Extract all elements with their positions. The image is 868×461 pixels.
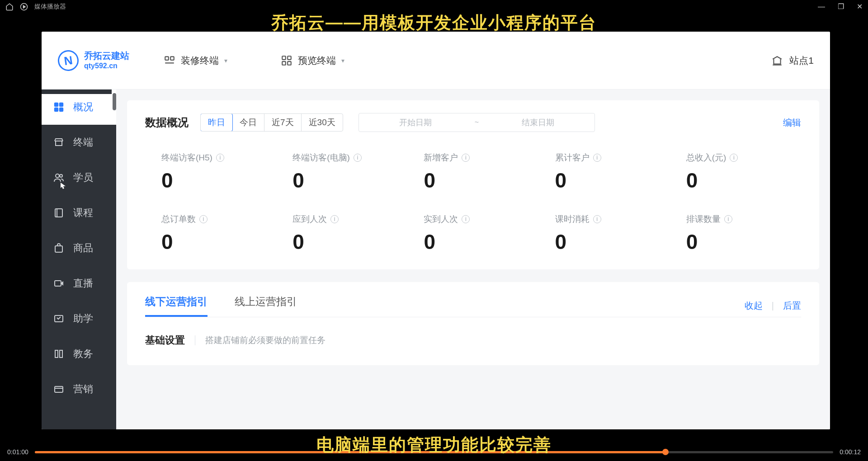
stat-expected-attendance: 应到人次i 0: [276, 213, 407, 254]
edit-link[interactable]: 编辑: [783, 117, 801, 129]
bank-icon: [771, 55, 783, 66]
chevron-down-icon: ▾: [341, 57, 344, 64]
sidebar-item-overview[interactable]: 概况: [42, 89, 116, 125]
preview-terminal-dropdown[interactable]: 预览终端 ▾: [278, 51, 347, 71]
logo-mark-icon: N: [57, 49, 80, 72]
stat-schedule-count: 排课数量i 0: [670, 213, 801, 254]
operations-panel: 线下运营指引 线上运营指引 收起 | 后置 基础设置 搭建店铺前必须要做的前置任…: [127, 282, 819, 365]
video-icon: [53, 278, 65, 289]
sidebar-item-terminal[interactable]: 终端: [42, 125, 116, 160]
date-end-input[interactable]: [481, 118, 594, 127]
sidebar-item-products[interactable]: 商品: [42, 230, 116, 266]
stats-grid: 终端访客(H5)i 0 终端访客(电脑)i 0 新增客户i 0 累计客户i 0: [145, 152, 801, 254]
book-icon: [53, 207, 65, 218]
svg-rect-7: [55, 103, 58, 106]
content-area: 数据概况 昨日 今日 近7天 近30天 ~ 编辑: [116, 89, 830, 429]
grid-icon: [53, 102, 65, 113]
sidebar: 概况 终端 学员 课程: [42, 89, 116, 429]
home-icon[interactable]: [5, 3, 14, 11]
info-icon[interactable]: i: [593, 215, 601, 223]
stat-total-orders: 总订单数i 0: [145, 213, 276, 254]
info-icon[interactable]: i: [730, 154, 738, 162]
svg-rect-8: [60, 103, 63, 106]
chevron-down-icon: ▾: [224, 57, 227, 64]
columns-icon: [53, 348, 65, 359]
logo[interactable]: N 乔拓云建站 qty592.cn: [58, 50, 129, 71]
sidebar-item-label: 营销: [73, 382, 93, 396]
basic-settings-desc: 搭建店铺前必须要做的前置任务: [205, 334, 326, 346]
date-range-picker[interactable]: ~: [359, 113, 595, 132]
divider: |: [772, 301, 774, 311]
sidebar-item-label: 助学: [73, 312, 93, 325]
storefront-icon: [53, 137, 65, 148]
range-today[interactable]: 今日: [232, 114, 264, 131]
decorate-label: 装修终端: [181, 54, 219, 67]
sidebar-item-label: 课程: [73, 206, 93, 220]
range-30d[interactable]: 近30天: [302, 114, 343, 131]
sidebar-item-label: 概况: [73, 100, 93, 114]
close-icon[interactable]: ✕: [857, 3, 863, 10]
sidebar-item-label: 学员: [73, 171, 93, 184]
sidebar-item-live[interactable]: 直播: [42, 266, 116, 301]
info-icon[interactable]: i: [593, 154, 601, 162]
svg-rect-2: [170, 56, 174, 60]
stat-total-income: 总收入(元)i 0: [670, 152, 801, 193]
stat-new-customers: 新增客户i 0: [407, 152, 538, 193]
svg-rect-3: [282, 56, 286, 60]
caption-top: 乔拓云——用模板开发企业小程序的平台: [0, 14, 868, 33]
sidebar-item-students[interactable]: 学员: [42, 160, 116, 195]
tab-online-ops[interactable]: 线上运营指引: [235, 295, 297, 317]
svg-rect-13: [55, 209, 62, 217]
site-label: 站点1: [789, 54, 814, 67]
maximize-icon[interactable]: ❐: [838, 3, 844, 10]
postpone-link[interactable]: 后置: [783, 300, 801, 312]
sidebar-item-label: 商品: [73, 241, 93, 255]
wallet-icon: [53, 384, 65, 395]
date-range-segments: 昨日 今日 近7天 近30天: [200, 113, 343, 132]
svg-rect-15: [55, 281, 61, 286]
play-circle-icon[interactable]: [20, 3, 28, 11]
info-icon[interactable]: i: [462, 215, 470, 223]
svg-rect-5: [282, 61, 286, 65]
overview-panel: 数据概况 昨日 今日 近7天 近30天 ~ 编辑: [127, 100, 819, 269]
info-icon[interactable]: i: [354, 154, 362, 162]
svg-rect-9: [55, 108, 58, 111]
logo-line2: qty592.cn: [84, 61, 129, 71]
svg-rect-10: [60, 108, 63, 111]
app-viewport: N 乔拓云建站 qty592.cn 装修终端 ▾ 预览终端 ▾ 站点1: [42, 32, 830, 429]
scrollbar-thumb[interactable]: [113, 93, 116, 110]
grid-apps-icon: [281, 55, 292, 66]
svg-rect-18: [60, 350, 62, 358]
site-selector[interactable]: 站点1: [771, 54, 814, 67]
info-icon[interactable]: i: [462, 154, 470, 162]
sidebar-item-marketing[interactable]: 营销: [42, 372, 116, 407]
overview-title: 数据概况: [145, 115, 189, 130]
info-icon[interactable]: i: [199, 215, 208, 223]
preview-label: 预览终端: [298, 54, 336, 67]
sidebar-item-assistance[interactable]: 助学: [42, 301, 116, 336]
range-7d[interactable]: 近7天: [264, 114, 302, 131]
svg-rect-4: [288, 56, 291, 60]
svg-rect-1: [165, 56, 169, 60]
svg-rect-6: [288, 61, 291, 65]
stat-lesson-consumption: 课时消耗i 0: [539, 213, 670, 254]
date-separator: ~: [472, 118, 481, 127]
svg-rect-19: [55, 386, 63, 392]
app-header: N 乔拓云建站 qty592.cn 装修终端 ▾ 预览终端 ▾ 站点1: [42, 32, 830, 89]
info-icon[interactable]: i: [216, 154, 224, 162]
tab-offline-ops[interactable]: 线下运营指引: [145, 295, 208, 317]
info-icon[interactable]: i: [330, 215, 339, 223]
sidebar-item-label: 终端: [73, 136, 93, 149]
bag-icon: [53, 243, 65, 254]
range-yesterday[interactable]: 昨日: [200, 113, 233, 132]
decorate-terminal-dropdown[interactable]: 装修终端 ▾: [161, 51, 230, 71]
sidebar-item-academic[interactable]: 教务: [42, 336, 116, 372]
collapse-link[interactable]: 收起: [745, 300, 763, 312]
info-icon[interactable]: i: [724, 215, 732, 223]
player-title: 媒体播放器: [34, 3, 66, 11]
sidebar-item-courses[interactable]: 课程: [42, 195, 116, 230]
svg-rect-17: [55, 350, 58, 358]
minimize-icon[interactable]: —: [818, 3, 825, 10]
svg-point-11: [56, 174, 59, 178]
date-start-input[interactable]: [359, 118, 472, 127]
